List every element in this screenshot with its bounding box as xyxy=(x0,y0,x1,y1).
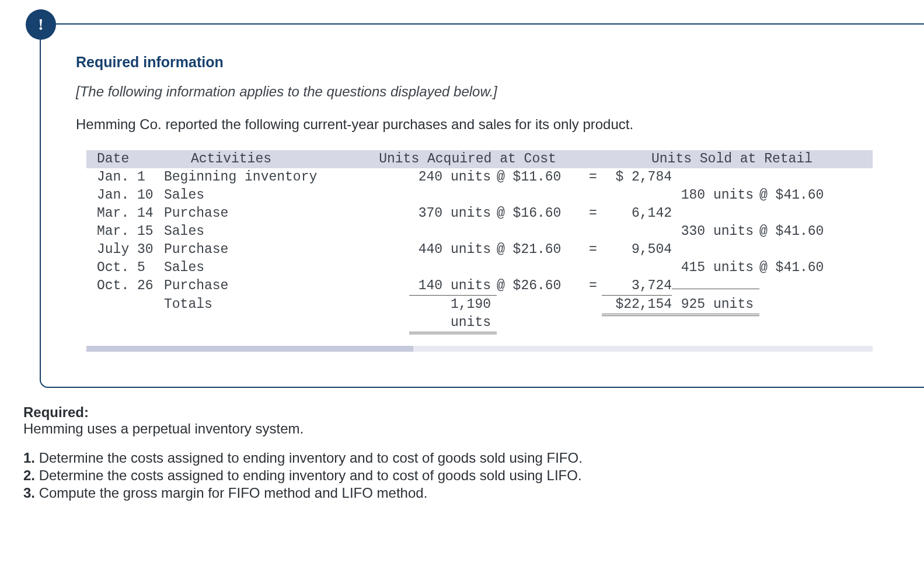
info-box: ! Required information [The following in… xyxy=(40,23,924,388)
table-row: July 30 Purchase 440 units @ $21.60 = 9,… xyxy=(86,241,873,259)
cell-date: July 30 xyxy=(97,241,164,259)
cell-cost: 6,142 xyxy=(602,204,672,223)
table-row: Oct. 26 Purchase 140 units @ $26.60 = 3,… xyxy=(86,277,873,296)
cell-cost: 3,724 xyxy=(602,277,672,296)
required-block: Required: Hemming uses a perpetual inven… xyxy=(23,404,901,501)
cell-sold-price: @ $41.60 xyxy=(759,223,841,241)
applies-note: [The following information applies to th… xyxy=(76,84,883,100)
required-intro: Hemming uses a perpetual inventory syste… xyxy=(23,421,901,437)
totals-label: Totals xyxy=(164,296,409,314)
alert-icon: ! xyxy=(26,9,56,40)
table-totals: Totals 1,190 units $22,154 925 units xyxy=(86,296,873,334)
col-activities: Activities xyxy=(164,150,298,168)
cell-sold-units: 415 units xyxy=(672,259,759,277)
cell-date: Oct. 5 xyxy=(97,259,164,277)
cell-sold-price: @ $41.60 xyxy=(759,186,841,204)
section-title: Required information xyxy=(76,54,883,71)
table-row: Oct. 5 Sales 415 units @ $41.60 xyxy=(86,259,873,277)
cell-sold-price: @ $41.60 xyxy=(759,259,841,277)
col-acquired: Units Acquired at Cost xyxy=(333,150,602,168)
cell-activity: Sales xyxy=(164,259,409,277)
required-title: Required: xyxy=(23,404,89,420)
intro-text: Hemming Co. reported the following curre… xyxy=(76,116,883,133)
cell-units: 140 units xyxy=(409,277,497,296)
cell-equals: = xyxy=(584,241,602,259)
cell-units: 240 units xyxy=(409,168,497,186)
scrollbar[interactable] xyxy=(86,346,873,352)
item-number: 3. xyxy=(23,485,35,501)
cell-activity: Purchase xyxy=(164,204,409,223)
cell-units: 370 units xyxy=(409,204,497,223)
table-row: Mar. 15 Sales 330 units @ $41.60 xyxy=(86,223,873,241)
cell-cost: $ 2,784 xyxy=(602,168,672,186)
col-date: Date xyxy=(97,150,164,168)
table-row: Mar. 14 Purchase 370 units @ $16.60 = 6,… xyxy=(86,204,873,223)
cell-equals: = xyxy=(584,277,602,295)
item-text: Determine the costs assigned to ending i… xyxy=(35,450,583,466)
cell-equals: = xyxy=(584,204,602,223)
cell-sold-units: 180 units xyxy=(672,186,759,204)
cell-unit-price: @ $21.60 xyxy=(497,241,584,259)
cell-date: Jan. 10 xyxy=(97,186,164,204)
item-text: Determine the costs assigned to ending i… xyxy=(35,467,582,483)
item-text: Compute the gross margin for FIFO method… xyxy=(35,485,427,501)
cell-sold-units: 330 units xyxy=(672,223,759,241)
cell-activity: Sales xyxy=(164,186,409,204)
required-item: 2. Determine the costs assigned to endin… xyxy=(23,467,901,484)
item-number: 2. xyxy=(23,467,35,483)
required-item: 1. Determine the costs assigned to endin… xyxy=(23,450,901,466)
required-item: 3. Compute the gross margin for FIFO met… xyxy=(23,485,901,501)
table-header: Date Activities Units Acquired at Cost U… xyxy=(86,150,873,168)
totals-units: 1,190 units xyxy=(409,296,497,334)
col-sold: Units Sold at Retail xyxy=(602,150,862,168)
cell-cost: 9,504 xyxy=(602,241,672,259)
totals-sold: 925 units xyxy=(672,296,759,316)
inventory-table: Date Activities Units Acquired at Cost U… xyxy=(86,150,873,334)
cell-date: Mar. 14 xyxy=(97,204,164,223)
cell-date: Mar. 15 xyxy=(97,223,164,241)
cell-unit-price: @ $26.60 xyxy=(497,277,584,295)
table-row: Jan. 10 Sales 180 units @ $41.60 xyxy=(86,186,873,204)
totals-cost: $22,154 xyxy=(602,296,672,316)
cell-date: Oct. 26 xyxy=(97,277,164,295)
cell-units: 440 units xyxy=(409,241,497,259)
cell-unit-price: @ $11.60 xyxy=(497,168,584,186)
cell-activity: Beginning inventory xyxy=(164,168,409,186)
cell-activity: Sales xyxy=(164,223,409,241)
cell-equals: = xyxy=(584,168,602,186)
cell-activity: Purchase xyxy=(164,277,409,295)
item-number: 1. xyxy=(23,450,35,466)
cell-unit-price: @ $16.60 xyxy=(497,204,584,223)
table-row: Jan. 1 Beginning inventory 240 units @ $… xyxy=(86,168,873,186)
cell-date: Jan. 1 xyxy=(97,168,164,186)
cell-sold-units xyxy=(672,289,759,289)
cell-activity: Purchase xyxy=(164,241,409,259)
